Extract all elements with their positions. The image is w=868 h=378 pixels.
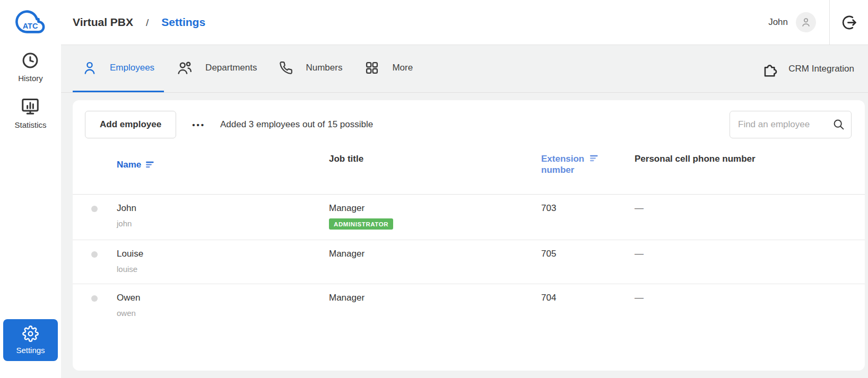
employee-username: john [117, 219, 329, 228]
svg-text:ATC: ATC [22, 22, 38, 30]
grid-icon [364, 60, 379, 75]
tab-label: Departments [205, 63, 257, 73]
employee-username: owen [117, 309, 329, 318]
people-icon [177, 60, 193, 76]
sidebar: ATC History Statistics Settings [0, 0, 61, 378]
sort-bars-icon [146, 161, 154, 168]
clock-icon [21, 51, 40, 70]
employees-card: Add employee ••• Added 3 employees out o… [73, 100, 865, 371]
settings-button-label: Settings [16, 346, 45, 355]
user-name: John [768, 17, 788, 28]
tab-label: More [392, 63, 413, 73]
status-cell [73, 249, 117, 274]
tab-bar: Employees Departments Numbers [61, 45, 868, 93]
top-header: Virtual PBX / Settings John [61, 0, 868, 45]
breadcrumb-separator: / [146, 17, 149, 29]
employee-name: Louise [117, 249, 329, 259]
tab-departments[interactable]: Departments [167, 45, 266, 92]
breadcrumb: Virtual PBX / Settings [73, 16, 205, 29]
person-icon [800, 16, 812, 28]
name-cell: Owen owen [117, 293, 329, 318]
logout-button[interactable] [829, 0, 868, 45]
puzzle-icon [762, 60, 779, 77]
status-dot [91, 251, 98, 258]
sidebar-item-history[interactable]: History [18, 51, 43, 83]
personal-cell-value: — [635, 249, 865, 274]
personal-cell-value: — [635, 293, 865, 318]
tab-label: Employees [110, 63, 154, 73]
sidebar-item-statistics[interactable]: Statistics [14, 96, 46, 129]
table-row[interactable]: Louise louise Manager 705 — [73, 240, 865, 284]
column-header-extension-number[interactable]: Extension number [541, 153, 605, 176]
crm-integration-button[interactable]: CRM Integration [762, 45, 856, 92]
sidebar-settings-button[interactable]: Settings [3, 319, 58, 361]
job-title: Manager [329, 249, 541, 259]
table-row[interactable]: John john Manager ADMINISTRATOR 703 — [73, 195, 865, 240]
job-title: Manager [329, 293, 541, 303]
gear-icon [22, 326, 39, 342]
crm-label: CRM Integration [788, 64, 854, 74]
atc-cloud-logo[interactable]: ATC [15, 6, 46, 37]
tab-employees[interactable]: Employees [73, 45, 164, 92]
breadcrumb-root: Virtual PBX [73, 16, 133, 29]
status-cell [73, 293, 117, 318]
status-cell [73, 203, 117, 230]
column-header-name[interactable]: Name [117, 153, 329, 176]
sidebar-item-label: Statistics [14, 120, 46, 129]
header-right: John [768, 0, 868, 45]
employee-name: John [117, 203, 329, 214]
employee-search [730, 111, 852, 138]
phone-icon [279, 61, 293, 75]
add-employee-button[interactable]: Add employee [85, 111, 176, 138]
tab-numbers[interactable]: Numbers [270, 45, 352, 92]
more-actions-ellipsis[interactable]: ••• [192, 120, 205, 129]
magnifier-icon[interactable] [832, 118, 845, 131]
employee-username: louise [117, 265, 329, 274]
name-cell: Louise louise [117, 249, 329, 274]
column-header-job-title: Job title [329, 153, 541, 176]
breadcrumb-current[interactable]: Settings [161, 16, 205, 29]
name-cell: John john [117, 203, 329, 230]
header-spacer [73, 153, 117, 176]
extension-number: 705 [541, 249, 635, 274]
job-cell: Manager [329, 293, 541, 318]
job-title: Manager [329, 203, 541, 214]
administrator-badge: ADMINISTRATOR [329, 218, 393, 230]
status-dot [91, 206, 98, 212]
sidebar-item-label: History [18, 74, 43, 83]
logout-icon [840, 14, 858, 31]
extension-number: 703 [541, 203, 635, 230]
employee-name: Owen [117, 293, 329, 303]
job-cell: Manager ADMINISTRATOR [329, 203, 541, 230]
table-row[interactable]: Owen owen Manager 704 — [73, 284, 865, 328]
toolbar: Add employee ••• Added 3 employees out o… [73, 111, 865, 138]
person-icon [82, 60, 97, 75]
monitor-chart-icon [20, 96, 40, 117]
personal-cell-value: — [635, 203, 865, 230]
sort-bars-icon [590, 155, 598, 162]
user-avatar[interactable] [796, 12, 816, 32]
column-header-personal-cell: Personal cell phone number [635, 153, 865, 176]
tab-more[interactable]: More [355, 45, 422, 92]
table-header-row: Name Job title Extension number Personal… [73, 138, 865, 195]
status-dot [91, 295, 98, 302]
tab-label: Numbers [306, 63, 342, 73]
main-area: Employees Departments Numbers [61, 45, 868, 378]
job-cell: Manager [329, 249, 541, 274]
extension-number: 704 [541, 293, 635, 318]
employee-count-summary: Added 3 employees out of 15 possible [220, 119, 373, 130]
cloud-icon: ATC [15, 6, 46, 37]
